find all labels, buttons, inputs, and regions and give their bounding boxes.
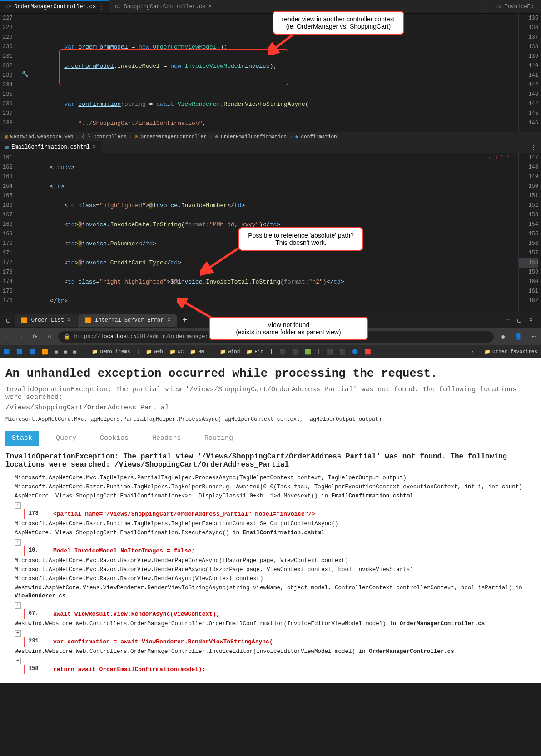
crumb-item[interactable]: confirmation (301, 134, 337, 139)
bookmark-icon[interactable]: 🟧 (42, 349, 48, 355)
bookmark-icon[interactable]: ▦ (64, 349, 67, 355)
stack-frame: AspNetCore._Views_ShoppingCart_EmailConf… (5, 492, 536, 501)
tab-query[interactable]: Query (50, 431, 83, 446)
tab-headers[interactable]: Headers (146, 431, 187, 446)
forward-button[interactable]: → (16, 333, 25, 340)
bookmark-icon[interactable]: ⬛ (292, 349, 298, 355)
menu-icon[interactable]: ⋯ (529, 333, 538, 340)
crumb-item[interactable]: Controllers (94, 134, 127, 139)
chevron-right-icon[interactable]: › (471, 349, 474, 354)
bookmark-icon[interactable]: ⚫ (279, 349, 286, 355)
back-button[interactable]: ← (3, 333, 12, 340)
bookmark-icon[interactable]: 🟩 (305, 349, 311, 355)
tab-overview-icon[interactable]: ▢ (3, 317, 14, 324)
project-icon: ▣ (5, 134, 8, 139)
code-area[interactable]: var orderFormModel = new OrderFormViewMo… (18, 14, 491, 132)
close-icon[interactable]: × (208, 4, 211, 10)
stack-frame: Microsoft.AspNetCore.Mvc.Razor.RazorView… (5, 565, 536, 574)
close-icon[interactable]: × (68, 317, 71, 323)
lock-icon: 🔒 (64, 333, 70, 340)
more-icon[interactable]: ⋮ (531, 144, 541, 151)
bookmark-folder[interactable]: 📁MM (190, 349, 204, 355)
window-controls: ─ ▢ × (506, 317, 538, 324)
error-tabs: Stack Query Cookies Headers Routing (5, 431, 536, 446)
crumb-item[interactable]: OrderManagerController (141, 134, 207, 139)
arrow-icon (200, 244, 245, 276)
crumb-item[interactable]: Westwind.Webstore.Web (10, 134, 74, 139)
more-icon[interactable]: ⋮ (483, 3, 489, 10)
browser-tab-error[interactable]: 🟧 Internal Server Error × (78, 314, 177, 327)
line-gutter: 227228229230 231232233234 235236237238 (0, 14, 18, 132)
bookmark-folder[interactable]: 📁Demo items (92, 349, 130, 355)
ide-window: C# OrderManagerController.cs ⋮ C# Shoppi… (0, 0, 541, 312)
breadcrumb[interactable]: ▣ Westwind.Webstore.Web › { } Controller… (0, 132, 541, 141)
tab-close-icon[interactable]: ⋮ (99, 4, 104, 10)
stack-frame: Microsoft.AspNetCore.Mvc.Razor.RazorView… (5, 556, 536, 565)
right-gutter: 147148149150 151152153154 155156157158 1… (518, 153, 541, 312)
bookmark-icon[interactable]: ▦ (55, 349, 58, 355)
tab-invoice[interactable]: C# InvoiceEd (492, 2, 537, 12)
tab-label: EmailConfirmation.cshtml (11, 144, 90, 150)
crumb-item[interactable]: OrderEmailConfirmation (221, 134, 287, 139)
bookmark-icon[interactable]: 🟥 (365, 349, 371, 355)
browser-tab-orderlist[interactable]: 🟧 Order List × (15, 314, 77, 327)
bookmark-icon[interactable]: 🟦 (4, 349, 10, 355)
favicon-icon: 🟧 (84, 317, 91, 324)
stack-frame: Westwind.Webstore.Web.Controllers.OrderM… (5, 647, 536, 656)
tab-routing[interactable]: Routing (198, 431, 239, 446)
expand-button[interactable]: + (15, 602, 21, 609)
bookmark-icon[interactable]: 🔵 (352, 349, 358, 355)
error-badge[interactable]: ⊘ 1 ˄ ˅ (489, 155, 509, 161)
favicon-icon: 🟧 (21, 317, 28, 324)
expand-button[interactable]: + (15, 658, 21, 664)
error-message: InvalidOperationException: The partial v… (5, 386, 536, 401)
right-gutter: 135136137138 139140141142 143144145146 (518, 14, 541, 132)
bookmark-icon[interactable]: ⬛ (339, 349, 346, 355)
stack-frame: AspNetCore._Views_ShoppingCart_EmailConf… (5, 528, 536, 537)
csharp-icon: C# (115, 4, 121, 10)
stack-frame: Microsoft.AspNetCore.Mvc.TagHelpers.Part… (5, 473, 536, 482)
close-icon[interactable]: × (529, 317, 533, 324)
bookmark-folder[interactable]: 📁Web (146, 349, 163, 355)
refresh-button[interactable]: ⟳ (30, 333, 40, 340)
close-icon[interactable]: × (93, 144, 96, 150)
wrench-icon[interactable]: 🔧 (22, 71, 29, 78)
bookmark-folder[interactable]: 📁Fin (246, 349, 263, 355)
bookmark-folder[interactable]: 📁Other favorites (484, 349, 537, 355)
tab-stack[interactable]: Stack (5, 431, 39, 446)
stack-heading: InvalidOperationException: The partial v… (5, 453, 536, 469)
expand-button[interactable]: + (15, 630, 21, 637)
tab-label: Internal Server Error (95, 317, 164, 323)
bookmark-icon[interactable]: 🟦 (29, 349, 35, 355)
maximize-icon[interactable]: ▢ (517, 317, 521, 324)
avatar-icon[interactable]: 👤 (512, 333, 525, 340)
svg-line-2 (182, 301, 213, 319)
razor-icon: ▦ (5, 144, 9, 151)
callout-view-not-found: View not found(exists in same folder as … (209, 317, 368, 340)
svg-line-1 (207, 247, 241, 269)
minimap[interactable] (491, 153, 518, 312)
extension-icon[interactable]: ◉ (498, 333, 507, 340)
home-button[interactable]: ⌂ (45, 333, 54, 340)
bookmark-icon[interactable]: ▦ (73, 349, 76, 355)
error-source: Microsoft.AspNetCore.Mvc.TagHelpers.Part… (5, 416, 536, 423)
stack-frame: Westwind.AspNetCore.Views.ViewRenderer.R… (5, 583, 536, 601)
tab-emailconfirmation[interactable]: ▦ EmailConfirmation.cshtml × (0, 141, 101, 154)
minimap[interactable] (491, 14, 518, 132)
bookmark-folder[interactable]: 📁Wind (220, 349, 240, 355)
minimize-icon[interactable]: ─ (506, 317, 510, 324)
page-title: An unhandled exception occurred while pr… (5, 367, 536, 380)
stack-frame: Microsoft.AspNetCore.Razor.Runtime.TagHe… (5, 482, 536, 492)
tab-ordermanager[interactable]: C# OrderManagerController.cs ⋮ (0, 0, 109, 13)
expand-button[interactable]: + (15, 502, 21, 509)
close-icon[interactable]: × (167, 317, 170, 323)
bookmark-folder[interactable]: 📁WC (169, 349, 184, 355)
tab-label: OrderManagerController.cs (14, 4, 96, 10)
tab-shoppingcart[interactable]: C# ShoppingCartController.cs × (109, 1, 217, 13)
callout-render-context: render view in another controller contex… (273, 11, 404, 35)
bookmark-icon[interactable]: ⬛ (327, 349, 333, 355)
expand-button[interactable]: + (15, 539, 21, 546)
bookmark-icon[interactable]: 🟦 (16, 349, 23, 355)
tab-cookies[interactable]: Cookies (94, 431, 135, 446)
stack-frame: Microsoft.AspNetCore.Razor.Runtime.TagHe… (5, 519, 536, 528)
